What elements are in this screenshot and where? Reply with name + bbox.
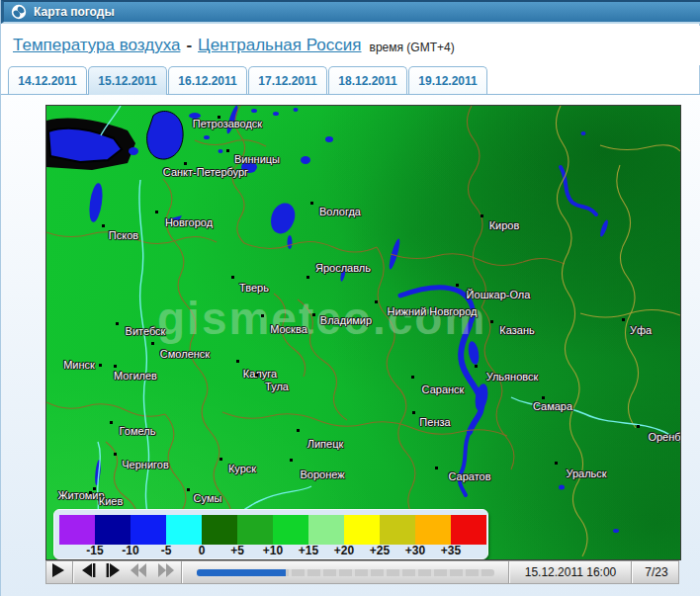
region-link[interactable]: Центральная Россия: [198, 36, 361, 55]
city-dot: [236, 360, 239, 363]
play-button[interactable]: [46, 561, 70, 583]
legend-label: -15: [77, 544, 113, 557]
city-dot: [435, 467, 438, 469]
legend-swatch: [166, 515, 202, 545]
legend-swatch: [131, 515, 166, 545]
next-frame-button[interactable]: [101, 561, 126, 583]
city-dot: [456, 284, 459, 287]
city-dot: [622, 318, 625, 321]
legend-swatches: [59, 515, 486, 545]
city-dot: [184, 162, 187, 165]
fast-forward-icon: [157, 563, 174, 581]
date-tabs: 14.12.201115.12.201116.12.201117.12.2011…: [1, 66, 700, 95]
tab-18.12.2011[interactable]: 18.12.2011: [328, 66, 407, 94]
map-type-link[interactable]: Температура воздуха: [13, 36, 180, 55]
legend-swatch: [415, 515, 451, 545]
legend-label: +35: [433, 544, 469, 557]
city-label: Самара: [533, 400, 572, 412]
city-label: Уральск: [566, 468, 606, 479]
separator: [181, 561, 183, 583]
play-icon: [51, 563, 65, 581]
city-dot: [637, 425, 640, 428]
city-dot: [490, 320, 493, 323]
playback-bar: 15.12.2011 16:00 7/23: [45, 560, 679, 584]
legend-swatch: [237, 515, 273, 545]
legend-label: -5: [148, 544, 184, 557]
city-dot: [481, 214, 483, 217]
legend-label: +30: [397, 544, 433, 557]
city-dot: [290, 459, 293, 462]
city-label: Чернигов: [122, 459, 169, 470]
city-dot: [542, 396, 545, 399]
tab-15.12.2011[interactable]: 15.12.2011: [88, 66, 167, 95]
progress-fill: [197, 569, 286, 576]
city-dot: [110, 421, 113, 424]
city-label: Казань: [499, 324, 534, 336]
city-label: Псков: [109, 229, 138, 241]
city-label: Воронеж: [300, 468, 344, 480]
progress-bar[interactable]: [197, 569, 494, 576]
frame-timestamp: 15.12.2011 16:00: [512, 565, 629, 579]
city-dot: [99, 364, 102, 367]
city-label: Владимир: [320, 314, 372, 326]
city-dot: [231, 276, 234, 279]
fast-forward-button[interactable]: [152, 561, 179, 583]
frame-counter: 7/23: [635, 565, 678, 579]
city-dot: [375, 300, 378, 303]
header: Температура воздуха - Центральная Россия…: [1, 26, 700, 65]
city-label: Липецк: [307, 438, 344, 450]
city-label: Новгород: [165, 216, 213, 228]
tab-14.12.2011[interactable]: 14.12.2011: [8, 66, 87, 94]
city-dot: [116, 322, 119, 325]
separator: [508, 561, 510, 583]
city-dot: [151, 342, 154, 345]
city-dot: [310, 202, 313, 205]
legend-label: +25: [362, 544, 397, 557]
city-label: Нижний Новгород: [387, 305, 477, 317]
tab-16.12.2011[interactable]: 16.12.2011: [168, 66, 247, 94]
legend-swatch: [202, 515, 237, 545]
city-label: Сумы: [194, 492, 222, 504]
city-label: Саратов: [448, 470, 490, 482]
city-dot: [187, 488, 190, 491]
timezone-note: время (GMT+4): [370, 41, 455, 54]
city-label: Москва: [270, 323, 307, 335]
previous-frame-button[interactable]: [76, 561, 101, 583]
city-label: Оренб: [648, 431, 680, 443]
city-dot: [411, 376, 414, 379]
next-frame-icon: [106, 563, 121, 581]
legend-label: +20: [326, 544, 362, 557]
city-label: Житомир: [57, 489, 104, 501]
separator: [72, 561, 74, 583]
city-label: Гомель: [120, 425, 156, 437]
tab-17.12.2011[interactable]: 17.12.2011: [248, 66, 327, 94]
city-dot: [475, 365, 478, 368]
city-label: Пенза: [419, 416, 450, 428]
tab-19.12.2011[interactable]: 19.12.2011: [408, 66, 487, 94]
legend-swatch: [451, 515, 486, 545]
city-dot: [306, 276, 309, 279]
legend-swatch: [59, 515, 95, 545]
titlebar: Карта погоды: [1, 0, 700, 24]
rewind-icon: [131, 563, 147, 581]
legend-swatch: [308, 515, 344, 545]
weather-map-widget: Карта погоды Температура воздуха - Центр…: [0, 0, 700, 596]
legend-label: +5: [219, 544, 255, 557]
city-label: Саранск: [422, 383, 465, 395]
city-dot: [412, 411, 415, 414]
city-label: Витебск: [126, 325, 166, 337]
city-layer: ПетрозаводскВинницыСанкт-ПетербургВологд…: [46, 106, 680, 559]
city-label: Санкт-Петербург: [163, 166, 248, 178]
city-label: Вологда: [319, 206, 361, 217]
city-dot: [155, 211, 158, 213]
city-label: Минск: [63, 359, 95, 371]
city-label: Йошкар-Ола: [467, 289, 531, 300]
city-dot: [226, 149, 229, 152]
city-label: Ярославль: [315, 262, 371, 274]
temperature-legend: -15-10-50+5+10+15+20+25+30+35: [53, 509, 488, 559]
city-label: Курск: [228, 463, 256, 474]
rewind-button[interactable]: [126, 561, 152, 583]
city-label: Могилев: [114, 370, 157, 382]
city-label: Смоленск: [160, 348, 210, 360]
window-title: Карта погоды: [34, 5, 115, 19]
